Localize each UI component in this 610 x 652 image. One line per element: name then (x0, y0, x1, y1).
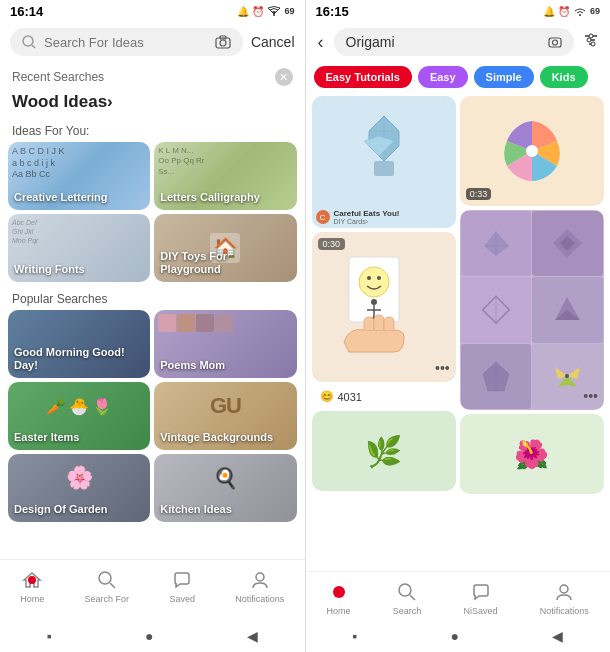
svg-line-2 (32, 45, 35, 48)
svg-point-4 (220, 40, 226, 46)
search-icon-nav-left (97, 570, 117, 590)
play-duration-badge: 0:30 (318, 238, 346, 250)
svg-rect-11 (549, 38, 561, 47)
pin-cross-origami[interactable]: C Careful Eats You! DIY Cards› (312, 96, 456, 228)
user-sub: DIY Cards› (334, 218, 400, 225)
user-name: Careful Eats You! (334, 209, 400, 218)
nav-home-label-right: Home (327, 606, 351, 616)
message-icon-right (471, 582, 491, 602)
card-writing-fonts[interactable]: Abc DefGhi JklMno Pqr Writing Fonts (8, 214, 150, 282)
android-nav-left: ▪ ● ◀ (0, 620, 305, 652)
svg-marker-34 (484, 231, 509, 256)
svg-point-9 (256, 573, 264, 581)
more-options-btn[interactable]: ••• (435, 360, 450, 376)
android-recents-left[interactable]: ◀ (247, 628, 258, 644)
svg-point-33 (526, 145, 538, 157)
right-column: 0:33 (460, 96, 604, 494)
nav-home-left[interactable]: Home (20, 568, 44, 604)
nav-messages-right[interactable]: NiSaved (464, 580, 498, 616)
search-bar-right: ‹ (306, 22, 611, 62)
search-box-left[interactable] (10, 28, 243, 56)
more-options-btn-2[interactable]: ••• (583, 388, 598, 404)
right-panel: 16:15 🔔 ⏰ 69 ‹ (306, 0, 611, 652)
recent-label: Recent Searches (12, 70, 104, 84)
android-back-right[interactable]: ▪ (352, 628, 357, 644)
status-bar-right: 16:15 🔔 ⏰ 69 (306, 0, 611, 22)
card-letters-calligraphy[interactable]: K L M N...Oo Pp Qq RrSs... Letters Calli… (154, 142, 296, 210)
recent-search-item[interactable]: Wood Ideas› (0, 88, 305, 118)
message-icon (172, 570, 192, 590)
nav-profile-right[interactable]: Notifications (540, 580, 589, 616)
android-home-left[interactable]: ● (145, 628, 153, 644)
card-vintage-backgrounds[interactable]: GU Vintage Backgrounds (154, 382, 296, 450)
wifi-icon-right (573, 6, 587, 16)
android-home-right[interactable]: ● (450, 628, 458, 644)
tag-easy-tutorials[interactable]: Easy Tutorials (314, 66, 412, 88)
pins-grid: C Careful Eats You! DIY Cards› 0:30 (312, 96, 605, 494)
tag-simple[interactable]: Simple (474, 66, 534, 88)
pin-bottom-left[interactable]: 🌿 (312, 411, 456, 491)
card-kitchen-ideas[interactable]: 🍳 Kitchen Ideas (154, 454, 296, 522)
filter-button[interactable] (580, 29, 602, 55)
pin-origami-steps[interactable]: ••• (460, 210, 604, 410)
profile-icon-right (554, 582, 574, 602)
hand-illustration (339, 252, 429, 362)
card-label: Easter Items (14, 431, 144, 444)
nav-home-right[interactable]: Home (327, 580, 351, 616)
pin-hand-card[interactable]: 0:30 (312, 232, 456, 382)
popular-grid: Good Morning Good! Day! Poems Mom 🥕 🐣 🌷 … (0, 310, 305, 522)
svg-point-43 (565, 374, 569, 378)
search-icon-nav-right (397, 582, 417, 602)
card-creative-lettering[interactable]: A B C D I J Ka b c d i j kAa Bb Cc Creat… (8, 142, 150, 210)
svg-point-7 (99, 572, 111, 584)
home-icon-right (329, 582, 349, 602)
pins-content-area: C Careful Eats You! DIY Cards› 0:30 (306, 92, 611, 571)
bottom-nav-right: Home Search NiSaved (306, 571, 611, 620)
card-easter-items[interactable]: 🥕 🐣 🌷 Easter Items (8, 382, 150, 450)
search-icon-left (22, 35, 36, 49)
nav-notifications-label: Notifications (235, 594, 284, 604)
svg-point-28 (371, 299, 377, 305)
camera-icon-right[interactable] (548, 35, 562, 49)
svg-point-27 (377, 276, 381, 280)
back-button[interactable]: ‹ (314, 32, 328, 53)
android-recents-right[interactable]: ◀ (552, 628, 563, 644)
svg-point-17 (587, 38, 591, 42)
svg-point-6 (28, 576, 36, 584)
ideas-grid: A B C D I J Ka b c d i j kAa Bb Cc Creat… (0, 142, 305, 282)
nav-search-label: Search For (85, 594, 130, 604)
nav-search-right[interactable]: Search (393, 580, 422, 616)
pin-colorful-fans[interactable]: 0:33 (460, 96, 604, 206)
card-good-morning[interactable]: Good Morning Good! Day! (8, 310, 150, 378)
card-label: Letters Calligraphy (160, 191, 290, 204)
nav-messages-left[interactable]: Saved (169, 568, 195, 604)
card-label: Writing Fonts (14, 263, 144, 276)
cancel-button[interactable]: Cancel (251, 34, 295, 50)
tag-kids[interactable]: Kids (540, 66, 588, 88)
status-bar-left: 16:14 🔔 ⏰ 69 (0, 0, 305, 22)
card-diy-toys[interactable]: 🏠 DIY Toys For Playground (154, 214, 296, 282)
tags-row: Easy Tutorials Easy Simple Kids (306, 62, 611, 92)
status-icons-left: 🔔 ⏰ 69 (237, 6, 294, 17)
svg-point-16 (589, 34, 593, 38)
time-right: 16:15 (316, 4, 349, 19)
android-back-left[interactable]: ▪ (47, 628, 52, 644)
svg-point-10 (579, 14, 581, 16)
battery-left: 69 (284, 6, 294, 16)
svg-point-26 (367, 276, 371, 280)
pin-bottom-right[interactable]: 🌺 (460, 414, 604, 494)
card-design-of-garden[interactable]: 🌸 Design Of Garden (8, 454, 150, 522)
search-box-right[interactable] (334, 28, 575, 56)
nav-profile-left[interactable]: Notifications (235, 568, 284, 604)
card-poems-mom[interactable]: Poems Mom (154, 310, 296, 378)
popular-section-label: Popular Searches (0, 286, 305, 310)
tag-easy[interactable]: Easy (418, 66, 468, 88)
clear-recent-button[interactable]: ✕ (275, 68, 293, 86)
card-label: Creative Lettering (14, 191, 144, 204)
search-input-right[interactable] (346, 34, 543, 50)
search-input-left[interactable] (44, 35, 207, 50)
svg-point-45 (399, 584, 411, 596)
camera-icon-left[interactable] (215, 34, 231, 50)
nav-search-left[interactable]: Search For (85, 568, 130, 604)
card-label: Poems Mom (160, 359, 290, 372)
